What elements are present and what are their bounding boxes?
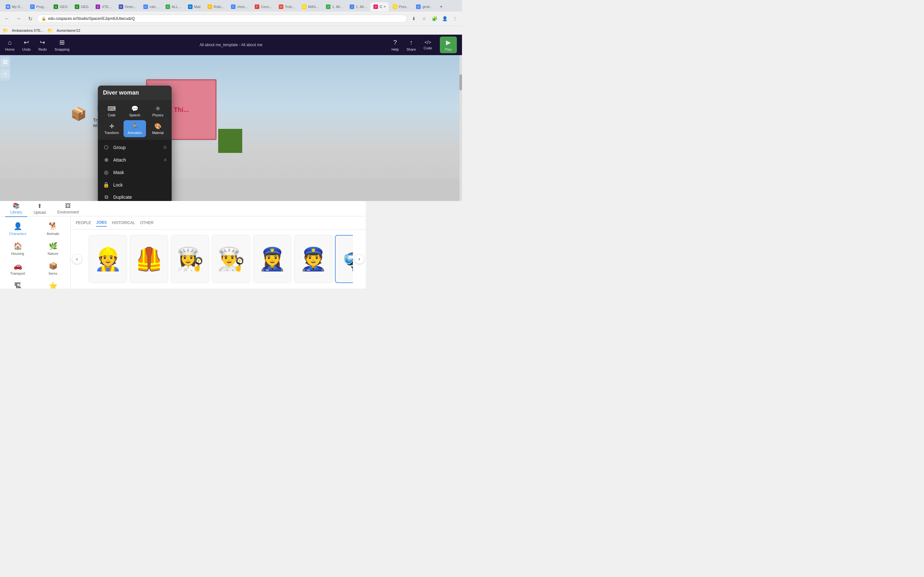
attach-label: Attach	[113, 157, 126, 163]
sub-tab-people[interactable]: PEOPLE	[76, 219, 91, 226]
tab-gimk[interactable]: G gimk...	[413, 2, 436, 11]
upload-tab-icon: ⬆	[37, 203, 42, 210]
tab-mag[interactable]: M MÀG...	[299, 2, 322, 11]
help-icon: ?	[393, 39, 397, 46]
sub-tab-historical[interactable]: HISTORICAL	[112, 219, 135, 226]
item-card-6[interactable]: 👮	[294, 235, 333, 283]
tab-bar: M My D... P Prog... G GEG G GEG X XTE...…	[0, 0, 462, 11]
tab-mail[interactable]: M Mail	[185, 2, 204, 11]
item-card-4[interactable]: 👨‍🍳	[212, 235, 250, 283]
bookmark-aumentame[interactable]: Aumentame'22	[54, 28, 83, 33]
cat-items[interactable]: 📦 Items	[38, 259, 68, 278]
back-button[interactable]: ←	[3, 14, 11, 23]
attach-shortcut: A	[164, 158, 166, 162]
panel-image-btn[interactable]: 🖼	[1, 58, 10, 67]
item-card-3[interactable]: 👩‍🍳	[171, 235, 209, 283]
viewport-scrollbar[interactable]	[459, 55, 462, 201]
sub-tab-jobs[interactable]: JOBS	[96, 219, 107, 227]
popup-material-label: Material	[152, 131, 164, 135]
popup-duplicate-item[interactable]: ⧉ Duplicate	[98, 191, 172, 201]
tab-my-drive[interactable]: M My D...	[3, 2, 26, 11]
popup-mask-item[interactable]: ◎ Mask	[98, 166, 172, 179]
tab-label: Pres...	[399, 5, 409, 9]
tab-favicon: R	[208, 5, 212, 9]
code-button[interactable]: </> Code	[423, 40, 432, 50]
bookmark-label: Aumentame'22	[57, 29, 80, 32]
tab-trob[interactable]: M Trob...	[276, 2, 298, 11]
item-card-5[interactable]: 👮‍♀️	[253, 235, 291, 283]
tab-conv[interactable]: P Conv...	[252, 2, 275, 11]
tab-environment[interactable]: 🖼 Environment	[52, 201, 84, 216]
tab-geg1[interactable]: G GEG	[50, 2, 71, 11]
tab-1all[interactable]: 1 1. All...	[347, 2, 370, 11]
panel-list-btn[interactable]: ≡	[1, 69, 10, 78]
forward-button[interactable]: →	[14, 14, 23, 23]
tab-label: ALL...	[172, 5, 181, 9]
tab-rubr[interactable]: G rubr...	[140, 2, 162, 11]
bookmark-ambaixadora[interactable]: Ambaixadora STE...	[9, 28, 46, 33]
snapping-button[interactable]: ⊞ Snapping	[55, 39, 69, 51]
tab-rubrica[interactable]: R Rúbr...	[204, 2, 227, 11]
extension-icon[interactable]: 🧩	[430, 14, 439, 23]
tab-all[interactable]: A ALL...	[162, 2, 184, 11]
profile-icon[interactable]: 👤	[440, 14, 449, 23]
popup-group-item[interactable]: ⬡ Group G	[98, 141, 172, 153]
share-button[interactable]: ↑ Share	[407, 39, 416, 51]
popup-header: Diver woman	[98, 85, 172, 100]
tab-upload[interactable]: ⬆ Upload	[29, 201, 51, 217]
popup-physics-label: Physics	[152, 113, 163, 117]
item-card-1[interactable]: 👷	[89, 235, 127, 283]
tab-cospaces[interactable]: C C ×	[370, 2, 389, 11]
tab-chris[interactable]: C chris...	[228, 2, 250, 11]
tab-1all-drive[interactable]: A 1. All...	[323, 2, 346, 11]
play-button[interactable]: ▶ Play	[440, 37, 457, 53]
tab-close-icon[interactable]: ×	[383, 5, 386, 9]
redo-button[interactable]: ↪ Redo	[39, 39, 47, 51]
group-shortcut: G	[164, 145, 166, 150]
item-card-2[interactable]: 🦺	[129, 235, 168, 283]
cat-special[interactable]: ⭐ Special	[38, 279, 68, 288]
cat-building[interactable]: 🏗 Building	[3, 279, 33, 288]
tab-prog[interactable]: P Prog...	[27, 2, 50, 11]
tab-favicon: A	[326, 5, 330, 9]
tab-geg2[interactable]: G GEG	[71, 2, 92, 11]
cat-characters[interactable]: 👤 Characters	[3, 219, 33, 238]
popup-lock-item[interactable]: 🔒 Lock	[98, 179, 172, 191]
sub-tab-other[interactable]: OTHER	[140, 219, 153, 226]
cat-housing[interactable]: 🏠 Housing	[3, 239, 33, 258]
cat-animals[interactable]: 🐕 Animals	[38, 219, 68, 238]
items-area: PEOPLE JOBS HISTORICAL OTHER ‹ 👷 🦺	[71, 216, 366, 288]
popup-speech-btn[interactable]: 💬 Speech	[124, 103, 146, 119]
new-tab-button[interactable]: +	[438, 3, 445, 10]
tab-library[interactable]: 📚 Library	[5, 200, 27, 217]
popup-transform-btn[interactable]: ✛ Transform	[100, 120, 123, 137]
help-button[interactable]: ? Help	[391, 39, 399, 51]
menu-icon[interactable]: ⋮	[451, 14, 459, 23]
download-icon[interactable]: ⬇	[409, 14, 418, 23]
tab-favicon: M	[188, 5, 192, 9]
scrollbar-thumb[interactable]	[459, 74, 462, 90]
bookmark-star-icon[interactable]: ☆	[420, 14, 429, 23]
popup-physics-btn[interactable]: ⚛ Physics	[147, 103, 169, 119]
scroll-next-button[interactable]: ›	[354, 254, 365, 264]
tab-pres[interactable]: N Pres...	[389, 2, 412, 11]
popup-code-btn[interactable]: ⌨ Code	[100, 103, 123, 119]
undo-button[interactable]: ↩ Undo	[22, 39, 31, 51]
play-label: Play	[445, 47, 452, 51]
char-3-figure: 👩‍🍳	[171, 235, 209, 283]
home-button[interactable]: ⌂ Home	[5, 39, 15, 51]
animals-label: Animals	[47, 232, 59, 235]
cat-nature[interactable]: 🌿 Nature	[38, 239, 68, 258]
refresh-button[interactable]: ↻	[26, 14, 35, 23]
tab-ori[interactable]: W Orien...	[115, 2, 140, 11]
tab-label: chris...	[237, 5, 247, 9]
scroll-prev-button[interactable]: ‹	[72, 254, 82, 264]
url-bar[interactable]: 🔒 edu.cospaces.io/Studio/Space/rEJqvn6JU…	[37, 15, 407, 23]
popup-material-btn[interactable]: 🎨 Material	[147, 120, 169, 137]
popup-attach-item[interactable]: ⊕ Attach A	[98, 153, 172, 166]
popup-animation-btn[interactable]: 🏃 Animation	[124, 120, 146, 137]
cat-transport[interactable]: 🚗 Transport	[3, 259, 33, 278]
item-card-7[interactable]: 🤿	[335, 235, 353, 283]
popup-speech-label: Speech	[129, 113, 140, 117]
tab-xte[interactable]: X XTE...	[92, 2, 115, 11]
